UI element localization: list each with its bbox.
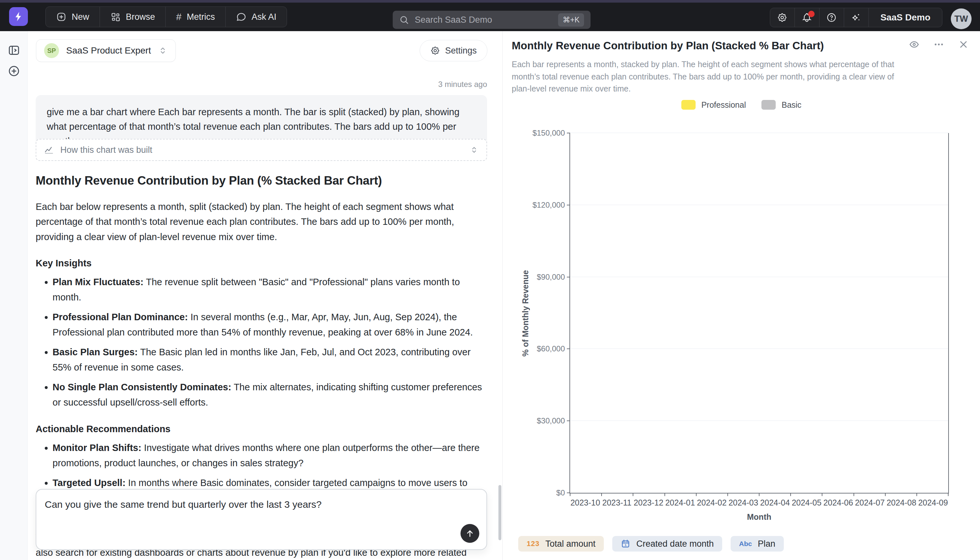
list-item-bold: Professional Plan Dominance: (53, 312, 188, 322)
list-item-bold: No Single Plan Consistently Dominates: (53, 382, 231, 392)
123-icon: 123 (527, 540, 540, 548)
more-options-button[interactable] (933, 39, 944, 50)
workspace-button[interactable]: SaaS Demo (869, 8, 942, 27)
bar-slot (570, 133, 601, 493)
notification-dot (808, 11, 815, 17)
nav-label: New (71, 12, 89, 22)
primary-nav: New Browse # Metrics Ask AI (45, 7, 287, 27)
calendar-icon: 1 (621, 539, 630, 548)
list-item-bold: Monitor Plan Shifts: (53, 443, 141, 453)
nav-label: Ask AI (252, 12, 277, 22)
list-item-bold: Targeted Upsell: (53, 478, 126, 488)
search-shortcut-badge: ⌘+K (558, 13, 584, 27)
list-item-bold: Basic Plan Surges: (53, 347, 138, 357)
artifact-actions (909, 39, 969, 50)
legend-item-professional[interactable]: Professional (681, 100, 746, 110)
y-tick-mark (567, 205, 570, 205)
bar-slot (601, 133, 633, 493)
y-tick-label: $90,000 (537, 273, 565, 282)
response-title: Monthly Revenue Contribution by Plan (% … (36, 174, 487, 188)
legend-item-basic[interactable]: Basic (761, 100, 801, 110)
help-button[interactable] (819, 8, 844, 27)
x-tick-mark (917, 493, 917, 496)
legend-label: Professional (701, 100, 746, 110)
x-tick-label: 2024-05 (791, 498, 823, 507)
y-tick-label: $30,000 (537, 416, 565, 425)
x-tick-mark (570, 493, 570, 496)
arrow-up-icon (465, 528, 475, 538)
x-tick-label: 2024-03 (728, 498, 759, 507)
x-tick-label: 2023-12 (633, 498, 664, 507)
y-tick-label: $0 (556, 488, 565, 497)
chart-legend: ProfessionalBasic (503, 100, 980, 110)
nav-label: Metrics (187, 12, 215, 22)
browse-button[interactable]: Browse (100, 7, 166, 27)
preview-eye-button[interactable] (909, 39, 920, 50)
toggle-sidebar-button[interactable] (7, 43, 22, 58)
bar-slot (633, 133, 664, 493)
close-panel-button[interactable] (958, 39, 969, 50)
x-tick-label: 2024-09 (917, 498, 949, 507)
global-search[interactable]: ⌘+K (393, 11, 591, 29)
help-circle-icon (826, 12, 837, 23)
agent-selector[interactable]: SP SaaS Product Expert (36, 39, 176, 62)
metric-tag-total-amount[interactable]: 123 Total amount (518, 536, 604, 552)
metrics-button[interactable]: # Metrics (166, 7, 226, 27)
eye-icon (909, 39, 920, 50)
settings-gear-button[interactable] (770, 8, 795, 27)
insights-list: Plan Mix Fluctuates: The revenue split b… (36, 275, 487, 410)
bar-slot (791, 133, 822, 493)
tag-label: Total amount (545, 539, 596, 549)
new-thread-button[interactable] (7, 63, 22, 78)
ask-ai-button[interactable]: Ask AI (226, 7, 287, 27)
bar-slot (759, 133, 791, 493)
tag-label: Plan (758, 539, 776, 549)
artifact-title: Monthly Revenue Contribution by Plan (St… (512, 40, 824, 52)
key-insights-heading: Key Insights (36, 258, 487, 268)
chat-scrollbar-thumb[interactable] (498, 485, 502, 540)
trend-line-icon (44, 145, 54, 155)
user-avatar[interactable]: TW (951, 8, 972, 29)
list-item: No Single Plan Consistently Dominates: T… (53, 380, 487, 410)
chevron-up-down-icon (470, 145, 478, 155)
x-tick-mark (759, 493, 759, 496)
how-chart-built-expander[interactable]: How this chart was built (36, 139, 487, 161)
chat-input-field[interactable]: Can you give the same trend but quarterl… (45, 497, 451, 542)
notifications-button[interactable] (795, 8, 819, 27)
y-tick-label: $150,000 (533, 128, 565, 138)
x-tick-mark (790, 493, 791, 496)
dimension-tag-plan[interactable]: Abc Plan (731, 536, 784, 552)
y-tick-mark (567, 420, 570, 421)
x-tick-label: 2023-11 (601, 498, 633, 507)
list-item: Basic Plan Surges: The Basic plan led in… (53, 345, 487, 375)
x-tick-mark (948, 493, 948, 496)
y-axis-title: % of Monthly Revenue (521, 133, 530, 493)
gear-icon (777, 12, 787, 23)
artifact-panel: Monthly Revenue Contribution by Plan (St… (503, 31, 980, 560)
chat-panel: SP SaaS Product Expert Settings 3 minute… (28, 31, 503, 560)
search-input[interactable] (415, 15, 552, 25)
bar-slot (917, 133, 948, 493)
x-tick-label: 2024-02 (696, 498, 728, 507)
x-axis-labels: 2023-102023-112023-122024-012024-022024-… (570, 498, 949, 507)
x-tick-mark (822, 493, 822, 496)
bar-slot (728, 133, 759, 493)
agent-settings-button[interactable]: Settings (420, 40, 487, 61)
x-tick-label: 2023-10 (570, 498, 601, 507)
lightning-bolt-icon (13, 11, 24, 22)
field-tags: 123 Total amount 1 Created date month Ab… (518, 536, 784, 552)
x-tick-label: 2024-08 (885, 498, 917, 507)
nav-label: Browse (126, 12, 155, 22)
app-logo[interactable] (9, 7, 28, 26)
ai-sparkles-button[interactable] (844, 8, 869, 27)
stacked-bar-chart: % of Monthly Revenue $0$30,000$60,000$90… (570, 133, 949, 493)
x-tick-label: 2024-04 (759, 498, 791, 507)
send-button[interactable] (460, 524, 479, 543)
chat-input-box: Can you give the same trend but quarterl… (36, 489, 487, 550)
dimension-tag-created-date-month[interactable]: 1 Created date month (612, 536, 722, 552)
how-built-label: How this chart was built (60, 145, 463, 155)
abc-icon: Abc (739, 540, 752, 548)
new-button[interactable]: New (46, 7, 100, 27)
svg-text:1: 1 (625, 543, 626, 547)
x-tick-mark (696, 493, 697, 496)
